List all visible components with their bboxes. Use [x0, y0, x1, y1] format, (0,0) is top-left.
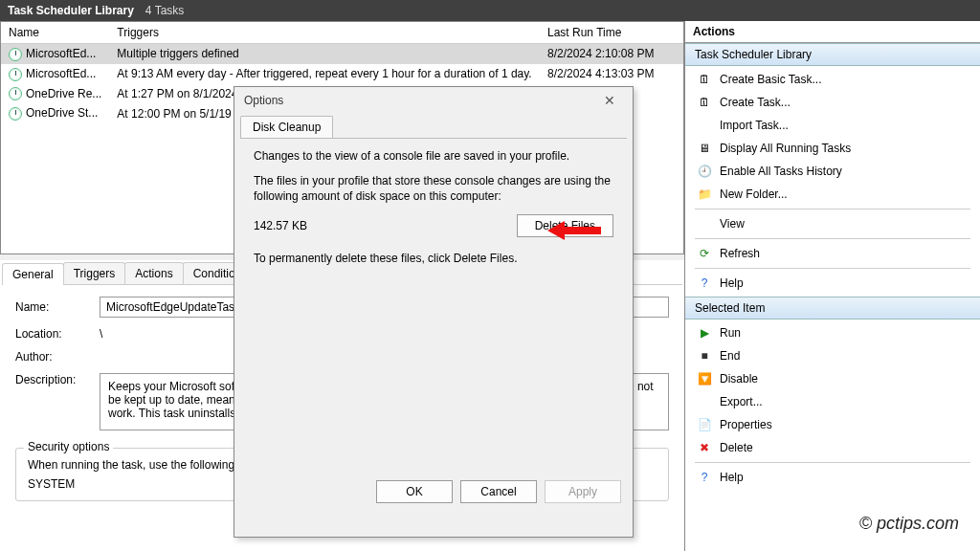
action-create-task[interactable]: 🗓Create Task... [685, 91, 980, 114]
help-icon: ? [697, 276, 712, 291]
svg-marker-2 [547, 221, 565, 240]
action-run[interactable]: ▶Run [685, 321, 980, 344]
window-title: Task Scheduler Library [8, 4, 134, 17]
action-export[interactable]: Export... [685, 390, 980, 413]
svg-rect-1 [565, 227, 601, 234]
action-help[interactable]: ?Help [685, 272, 980, 295]
run-icon: ▶ [697, 325, 712, 341]
folder-icon: 📁 [697, 187, 712, 202]
clock-icon [9, 87, 22, 100]
tab-general[interactable]: General [2, 263, 64, 285]
table-row[interactable]: MicrosoftEd... At 9:13 AM every day - Af… [1, 64, 683, 84]
task-count: 4 Tasks [145, 4, 184, 17]
action-disable[interactable]: 🔽Disable [685, 367, 980, 390]
annotation-arrow [547, 220, 601, 244]
action-properties[interactable]: 📄Properties [685, 413, 980, 436]
cancel-button[interactable]: Cancel [460, 480, 537, 503]
disable-icon: 🔽 [697, 371, 712, 386]
action-refresh[interactable]: ⟳Refresh [685, 242, 980, 265]
apply-button[interactable]: Apply [545, 480, 621, 503]
history-icon: 🕘 [697, 164, 712, 179]
actions-pane: Actions Task Scheduler Library 🗓Create B… [685, 21, 980, 551]
export-icon [697, 394, 712, 409]
actions-section-selected: Selected Item [685, 297, 980, 320]
options-dialog: Options ✕ Disk Cleanup Changes to the vi… [234, 86, 634, 538]
clock-icon [9, 48, 22, 61]
col-name[interactable]: Name [1, 22, 109, 44]
tab-triggers[interactable]: Triggers [63, 262, 126, 284]
running-icon: 🖥 [697, 141, 712, 156]
action-display-running[interactable]: 🖥Display All Running Tasks [685, 137, 980, 160]
col-triggers[interactable]: Triggers [109, 22, 540, 44]
description-label: Description: [15, 373, 100, 386]
watermark: © pctips.com [859, 514, 959, 534]
dialog-title: Options [244, 94, 283, 107]
wizard-icon: 🗓 [697, 72, 712, 87]
action-delete[interactable]: ✖Delete [685, 436, 980, 459]
location-label: Location: [15, 327, 100, 341]
end-icon: ■ [697, 348, 712, 364]
security-legend: Security options [24, 440, 113, 453]
tab-actions[interactable]: Actions [124, 262, 183, 284]
clock-icon [9, 68, 22, 81]
table-row[interactable]: MicrosoftEd... Multiple triggers defined… [1, 44, 683, 64]
action-enable-history[interactable]: 🕘Enable All Tasks History [685, 160, 980, 183]
task-icon: 🗓 [697, 95, 712, 110]
clock-icon [9, 107, 22, 121]
action-help-2[interactable]: ?Help [685, 466, 980, 489]
ok-button[interactable]: OK [376, 480, 453, 503]
dialog-text-3: To permanently delete these files, click… [254, 251, 613, 266]
delete-icon: ✖ [697, 440, 712, 455]
close-button[interactable]: ✕ [596, 93, 623, 108]
action-new-folder[interactable]: 📁New Folder... [685, 183, 980, 206]
actions-title: Actions [685, 21, 980, 43]
author-label: Author: [15, 350, 100, 364]
tab-disk-cleanup[interactable]: Disk Cleanup [240, 116, 333, 138]
location-value: \ [100, 327, 102, 341]
view-icon [697, 216, 712, 231]
action-create-basic-task[interactable]: 🗓Create Basic Task... [685, 68, 980, 91]
import-icon [697, 118, 712, 133]
properties-icon: 📄 [697, 417, 712, 432]
action-view[interactable]: View [685, 212, 980, 235]
help-icon: ? [697, 470, 712, 485]
name-label: Name: [15, 300, 100, 314]
col-lastrun[interactable]: Last Run Time [540, 22, 683, 44]
action-import-task[interactable]: Import Task... [685, 114, 980, 137]
action-end[interactable]: ■End [685, 344, 980, 367]
disk-size: 142.57 KB [254, 219, 307, 232]
actions-section-library: Task Scheduler Library [685, 43, 980, 66]
titlebar: Task Scheduler Library 4 Tasks [0, 0, 980, 21]
dialog-text-1: Changes to the view of a console file ar… [254, 148, 613, 164]
dialog-text-2: The files in your profile that store the… [254, 173, 613, 204]
refresh-icon: ⟳ [697, 246, 712, 261]
